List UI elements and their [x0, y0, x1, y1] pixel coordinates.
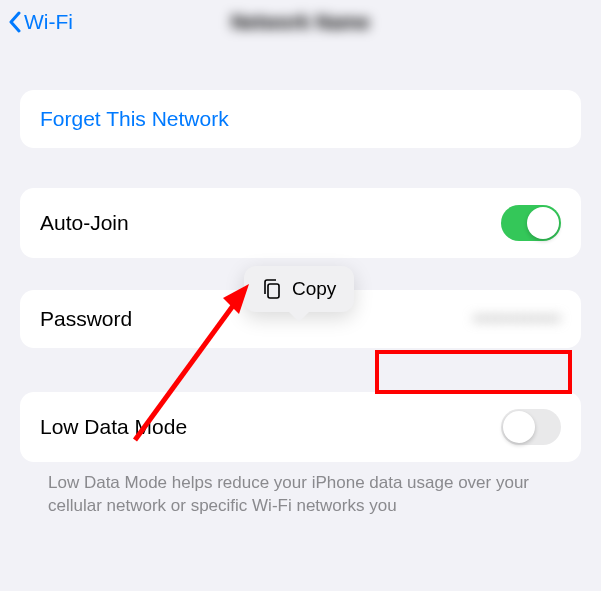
- copy-label: Copy: [292, 278, 336, 300]
- autojoin-row: Auto-Join: [20, 188, 581, 258]
- nav-bar: Wi-Fi Network Name: [0, 0, 601, 44]
- lowdata-label: Low Data Mode: [40, 415, 187, 439]
- back-button[interactable]: Wi-Fi: [8, 10, 73, 34]
- back-label: Wi-Fi: [24, 10, 73, 34]
- svg-rect-0: [268, 284, 279, 298]
- password-label: Password: [40, 307, 132, 331]
- chevron-left-icon: [8, 11, 22, 33]
- autojoin-group: Auto-Join: [20, 188, 581, 258]
- copy-popover[interactable]: Copy: [244, 266, 354, 312]
- lowdata-group: Low Data Mode: [20, 392, 581, 462]
- password-value: ••••••••••••: [473, 309, 561, 330]
- autojoin-toggle[interactable]: [501, 205, 561, 241]
- lowdata-footer: Low Data Mode helps reduce your iPhone d…: [20, 462, 581, 518]
- copy-icon: [262, 278, 282, 300]
- lowdata-toggle[interactable]: [501, 409, 561, 445]
- autojoin-label: Auto-Join: [40, 211, 129, 235]
- lowdata-row: Low Data Mode: [20, 392, 581, 462]
- forget-network-row[interactable]: Forget This Network: [20, 90, 581, 148]
- forget-group: Forget This Network: [20, 90, 581, 148]
- forget-label: Forget This Network: [40, 107, 229, 131]
- page-title: Network Name: [231, 11, 370, 34]
